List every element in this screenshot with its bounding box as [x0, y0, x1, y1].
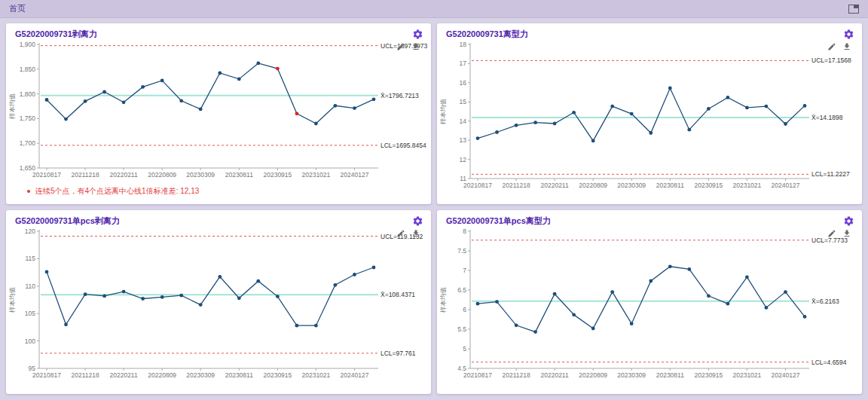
svg-text:8: 8: [463, 227, 466, 235]
annotation-text: 连续5个点，有4个点远离中心线1倍标准差: 12,13: [35, 186, 199, 197]
settings-gear-icon[interactable]: [412, 29, 423, 40]
svg-text:5: 5: [463, 345, 466, 353]
panel-pcs-release-force: G52020009731单pcs离型力 87.576.565.554.5样本均值…: [437, 210, 862, 394]
panel-title: G52020009731剥离力: [15, 29, 97, 40]
svg-text:20230811: 20230811: [225, 171, 253, 179]
edit-pencil-icon[interactable]: [396, 227, 405, 241]
settings-gear-icon[interactable]: [843, 215, 854, 227]
svg-text:20230915: 20230915: [694, 182, 723, 189]
svg-text:1,700: 1,700: [20, 139, 36, 147]
svg-text:X̄=1796.7213: X̄=1796.7213: [381, 92, 419, 99]
svg-text:UCL=17.1568: UCL=17.1568: [811, 56, 851, 64]
svg-text:20220809: 20220809: [148, 171, 176, 179]
svg-text:20220211: 20220211: [541, 182, 569, 189]
panel-title: G52020009731单pcs离型力: [446, 215, 551, 227]
panel-header: G52020009731离型力: [437, 23, 862, 40]
edit-pencil-icon[interactable]: [827, 41, 836, 54]
svg-text:20230811: 20230811: [656, 182, 684, 189]
svg-text:20220809: 20220809: [148, 371, 176, 379]
svg-text:15: 15: [460, 98, 467, 105]
panel-title: G52020009731单pcs剥离力: [15, 215, 120, 227]
svg-text:1,800: 1,800: [20, 90, 36, 98]
svg-text:20220211: 20220211: [541, 371, 569, 379]
control-chart-pcs-peel-force[interactable]: 12011511010510095样本均值2021081720211218202…: [8, 227, 428, 380]
svg-text:20210817: 20210817: [463, 371, 492, 379]
svg-text:20231021: 20231021: [732, 371, 761, 379]
svg-text:20220211: 20220211: [110, 371, 138, 379]
download-icon[interactable]: [411, 227, 420, 241]
svg-text:20240127: 20240127: [341, 371, 369, 379]
svg-text:7: 7: [463, 267, 466, 274]
svg-text:20210817: 20210817: [32, 171, 61, 179]
settings-gear-icon[interactable]: [412, 215, 423, 227]
svg-text:20231021: 20231021: [301, 371, 330, 379]
svg-text:20220211: 20220211: [110, 171, 138, 179]
svg-text:20240127: 20240127: [772, 182, 800, 189]
svg-text:16: 16: [460, 79, 467, 87]
svg-text:LCL=1695.8454: LCL=1695.8454: [381, 142, 426, 149]
svg-text:LCL=97.761: LCL=97.761: [381, 350, 416, 357]
control-chart-peel-force[interactable]: 1,9001,8501,8001,7501,7001,650样本均值202108…: [8, 40, 428, 180]
svg-text:样本均值: 样本均值: [8, 287, 16, 314]
svg-text:20240127: 20240127: [341, 171, 369, 179]
download-icon[interactable]: [411, 41, 420, 54]
svg-text:105: 105: [25, 310, 35, 317]
svg-text:13: 13: [460, 136, 467, 144]
svg-text:20210817: 20210817: [32, 371, 61, 379]
panel-pcs-peel-force: G52020009731单pcs剥离力 12011511010510095样本均…: [6, 210, 431, 394]
svg-text:20211218: 20211218: [503, 182, 530, 189]
svg-text:X̄=14.1898: X̄=14.1898: [811, 114, 843, 121]
svg-text:12: 12: [460, 156, 467, 163]
tab-bar: 首页: [0, 0, 868, 18]
panel-release-force: G52020009731离型力 1817161514131211样本均值2021…: [437, 23, 862, 204]
svg-text:20220809: 20220809: [579, 371, 607, 379]
svg-text:样本均值: 样本均值: [8, 93, 16, 121]
svg-text:6: 6: [463, 306, 466, 313]
panel-peel-force: G52020009731剥离力 1,9001,8501,8001,7501,70…: [6, 23, 431, 204]
svg-text:20230915: 20230915: [694, 371, 723, 379]
svg-text:100: 100: [25, 337, 35, 345]
svg-text:120: 120: [25, 227, 35, 235]
svg-text:LCL=4.6594: LCL=4.6594: [811, 359, 847, 366]
download-icon[interactable]: [842, 41, 851, 54]
svg-text:X̄=108.4371: X̄=108.4371: [381, 291, 415, 298]
svg-text:LCL=11.2227: LCL=11.2227: [811, 170, 850, 178]
settings-gear-icon[interactable]: [843, 29, 854, 40]
svg-text:6.5: 6.5: [457, 286, 466, 294]
svg-text:20230309: 20230309: [617, 371, 646, 379]
control-chart-release-force[interactable]: 1817161514131211样本均值20210817202112182022…: [439, 40, 859, 191]
svg-text:20231021: 20231021: [301, 171, 330, 179]
svg-text:20240127: 20240127: [772, 371, 800, 379]
svg-text:20230811: 20230811: [225, 371, 253, 379]
svg-text:20230309: 20230309: [617, 182, 646, 189]
panel-header: G52020009731剥离力: [6, 23, 431, 40]
svg-text:14: 14: [460, 118, 467, 125]
ooc-annotation: 连续5个点，有4个点远离中心线1倍标准差: 12,13: [6, 186, 431, 197]
svg-text:20211218: 20211218: [72, 171, 99, 179]
svg-text:115: 115: [25, 255, 35, 262]
svg-text:X̄=6.2163: X̄=6.2163: [811, 298, 839, 305]
annotation-bullet-icon: [27, 190, 30, 193]
control-chart-pcs-release-force[interactable]: 87.576.565.554.5样本均值20210817202112182022…: [439, 227, 859, 380]
edit-pencil-icon[interactable]: [396, 41, 405, 54]
svg-text:18: 18: [460, 41, 467, 48]
svg-text:样本均值: 样本均值: [439, 287, 447, 314]
svg-text:20220809: 20220809: [579, 182, 607, 189]
edit-pencil-icon[interactable]: [827, 227, 836, 241]
svg-text:5.5: 5.5: [457, 325, 466, 333]
svg-text:20230309: 20230309: [186, 171, 215, 179]
svg-text:110: 110: [25, 282, 35, 290]
tab-home[interactable]: 首页: [9, 3, 26, 14]
svg-text:20210817: 20210817: [463, 182, 492, 189]
svg-text:20211218: 20211218: [72, 371, 99, 379]
restore-window-icon[interactable]: [848, 5, 859, 14]
svg-text:1,900: 1,900: [20, 41, 36, 48]
svg-text:17: 17: [460, 60, 467, 67]
svg-text:样本均值: 样本均值: [439, 99, 447, 126]
svg-text:20231021: 20231021: [732, 182, 761, 189]
svg-text:20230811: 20230811: [656, 371, 684, 379]
download-icon[interactable]: [842, 227, 851, 241]
svg-text:20211218: 20211218: [503, 371, 530, 379]
panel-header: G52020009731单pcs剥离力: [6, 210, 431, 227]
panel-title: G52020009731离型力: [446, 29, 528, 40]
